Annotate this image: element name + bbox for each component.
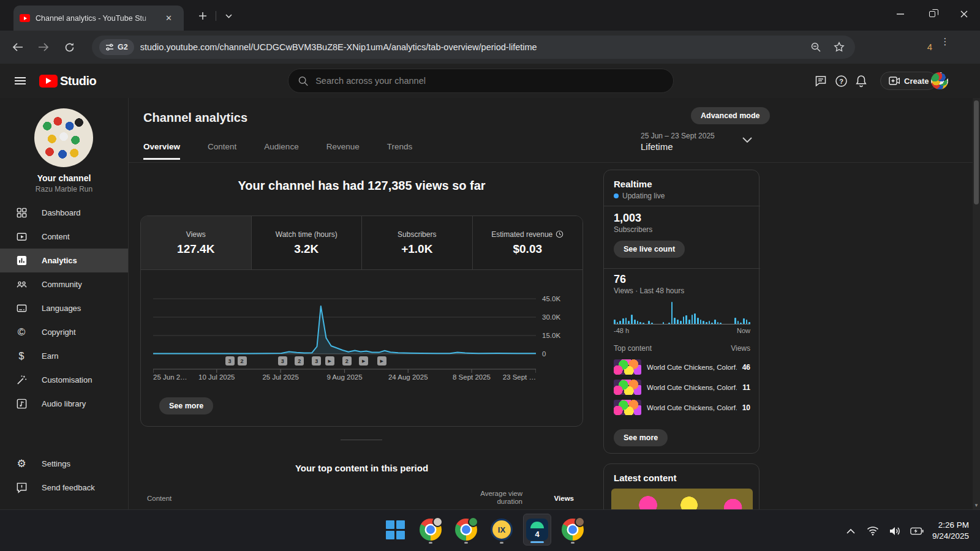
taskbar-active-app[interactable]: 4 — [523, 514, 551, 545]
taskbar-chrome-window-3[interactable] — [559, 514, 587, 545]
bookmark-star-icon[interactable] — [831, 39, 848, 56]
copyright-icon: © — [15, 326, 28, 339]
metric-tab-views[interactable]: Views127.4K — [141, 216, 251, 269]
top-content-row[interactable]: World Cute Chickens, Colorf…46 — [614, 357, 750, 377]
realtime-bar — [617, 322, 619, 324]
metric-tab-subscribers[interactable]: Subscribers+1.0K — [361, 216, 472, 269]
url-text[interactable]: studio.youtube.com/channel/UCDGCwBVM3BuZ… — [140, 42, 801, 52]
posts-marker[interactable]: 2 — [238, 356, 247, 365]
advanced-mode-button[interactable]: Advanced mode — [691, 107, 770, 124]
video-published-marker[interactable]: ▶ — [325, 356, 334, 365]
tab-revenue[interactable]: Revenue — [326, 142, 360, 160]
volume-icon[interactable] — [888, 524, 902, 538]
feedback-comment-icon[interactable] — [813, 73, 828, 88]
windows-start-icon — [386, 520, 405, 539]
toolbar-badge[interactable]: 4 — [927, 42, 932, 52]
wifi-icon[interactable] — [866, 524, 880, 538]
chart-see-more-button[interactable]: See more — [159, 397, 213, 414]
metric-tab-watch-time-hours-[interactable]: Watch time (hours)3.2K — [251, 216, 362, 269]
tray-chevron-up-icon[interactable] — [844, 524, 858, 538]
browser-tab[interactable]: Channel analytics - YouTube Stu ✕ — [13, 6, 184, 31]
sidebar-item-audio-library[interactable]: Audio library — [0, 392, 128, 416]
notifications-bell-icon[interactable] — [854, 73, 869, 88]
realtime-bar — [694, 313, 696, 324]
back-button[interactable] — [7, 37, 28, 58]
battery-icon[interactable] — [910, 524, 924, 538]
sidebar-item-community[interactable]: Community — [0, 272, 128, 296]
x-axis-tick: 24 Aug 2025 — [388, 373, 428, 381]
help-icon[interactable]: ? — [834, 73, 848, 88]
video-title: World Cute Chickens, Colorf… — [647, 364, 737, 371]
tab-audience[interactable]: Audience — [264, 142, 298, 160]
page-title: Channel analytics — [143, 111, 247, 125]
sidebar-item-analytics[interactable]: Analytics — [0, 249, 128, 272]
site-info-chip[interactable]: G2 — [99, 39, 134, 55]
realtime-subscribers-value: 1,003 — [614, 212, 641, 225]
create-video-icon — [889, 77, 900, 85]
realtime-bar — [688, 320, 690, 324]
posts-marker[interactable]: 3 — [312, 356, 321, 365]
reload-button[interactable] — [59, 37, 80, 58]
posts-marker[interactable]: 2 — [342, 356, 352, 365]
taskbar-start-button[interactable] — [381, 514, 409, 545]
posts-marker[interactable]: 3 — [225, 356, 235, 365]
scrollbar-thumb[interactable] — [974, 100, 979, 204]
realtime-bar — [711, 323, 713, 324]
top-content-row[interactable]: World Cute Chickens, Colorf…10 — [614, 397, 750, 418]
metric-value: $0.03 — [513, 242, 542, 256]
window-close-button[interactable] — [948, 0, 980, 28]
metric-tab-estimated-revenue[interactable]: Estimated revenue$0.03 — [472, 216, 583, 269]
taskbar-clock[interactable]: 2:26 PM 9/24/2025 — [932, 520, 969, 542]
url-bar[interactable]: G2 studio.youtube.com/channel/UCDGCwBVM3… — [92, 36, 855, 59]
scrollbar-down-arrow-icon[interactable]: ▼ — [974, 503, 979, 508]
youtube-studio-logo[interactable]: Studio — [39, 74, 96, 88]
top-content-row[interactable]: World Cute Chickens, Colorf…11 — [614, 377, 750, 397]
taskbar-chrome-window-1[interactable] — [417, 514, 445, 545]
posts-marker[interactable]: 2 — [295, 356, 304, 365]
video-published-marker[interactable]: ▶ — [377, 356, 386, 365]
sidebar-item-dashboard[interactable]: Dashboard — [0, 201, 128, 225]
hamburger-menu-icon[interactable] — [15, 77, 26, 84]
sidebar-item-label: Customisation — [42, 375, 92, 384]
realtime-views-value: 76 — [614, 273, 626, 286]
latest-content-thumbnail[interactable] — [611, 489, 753, 509]
sidebar-item-earn[interactable]: $Earn — [0, 344, 128, 368]
taskbar-chrome-window-2[interactable] — [452, 514, 480, 545]
page-scrollbar[interactable]: ▼ — [973, 98, 980, 509]
video-published-marker[interactable]: ▶ — [359, 356, 368, 365]
clock-time: 2:26 PM — [932, 520, 969, 531]
browser-menu-icon[interactable]: ⋮ — [940, 40, 951, 43]
channel-search-bar[interactable] — [288, 69, 674, 93]
window-minimize-button[interactable] — [884, 0, 916, 28]
tab-content[interactable]: Content — [208, 142, 236, 160]
chevron-down-icon[interactable] — [742, 137, 752, 143]
create-button[interactable]: Create — [880, 72, 937, 90]
new-tab-button[interactable] — [194, 7, 212, 25]
posts-marker[interactable]: 3 — [278, 356, 287, 365]
realtime-title: Realtime — [614, 179, 652, 189]
date-range-picker[interactable]: 25 Jun – 23 Sept 2025 Lifetime — [641, 132, 739, 152]
account-avatar[interactable] — [931, 72, 948, 89]
sidebar-item-send-feedback[interactable]: Send feedback — [0, 476, 128, 500]
forward-button[interactable] — [33, 37, 54, 58]
sidebar-item-copyright[interactable]: ©Copyright — [0, 320, 128, 344]
channel-avatar[interactable] — [34, 108, 93, 167]
profile-avatar — [432, 517, 443, 527]
chrome-icon — [455, 519, 477, 541]
tab-trends[interactable]: Trends — [387, 142, 413, 160]
sidebar-item-languages[interactable]: Languages — [0, 296, 128, 320]
tab-search-chevron-icon[interactable] — [219, 7, 238, 25]
realtime-bar — [619, 321, 621, 324]
tab-close-icon[interactable]: ✕ — [164, 13, 174, 23]
see-live-count-button[interactable]: See live count — [614, 241, 685, 258]
sidebar-item-content[interactable]: Content — [0, 225, 128, 249]
sidebar-item-settings[interactable]: ⚙Settings — [0, 452, 128, 476]
search-input[interactable] — [315, 76, 663, 86]
taskbar-ix-app[interactable]: IX — [488, 514, 516, 545]
realtime-views-bar-chart[interactable] — [614, 301, 750, 324]
window-restore-button[interactable] — [916, 0, 948, 28]
realtime-see-more-button[interactable]: See more — [614, 429, 668, 446]
sidebar-item-customisation[interactable]: Customisation — [0, 368, 128, 392]
zoom-out-icon[interactable] — [807, 39, 824, 56]
tab-overview[interactable]: Overview — [143, 142, 180, 160]
